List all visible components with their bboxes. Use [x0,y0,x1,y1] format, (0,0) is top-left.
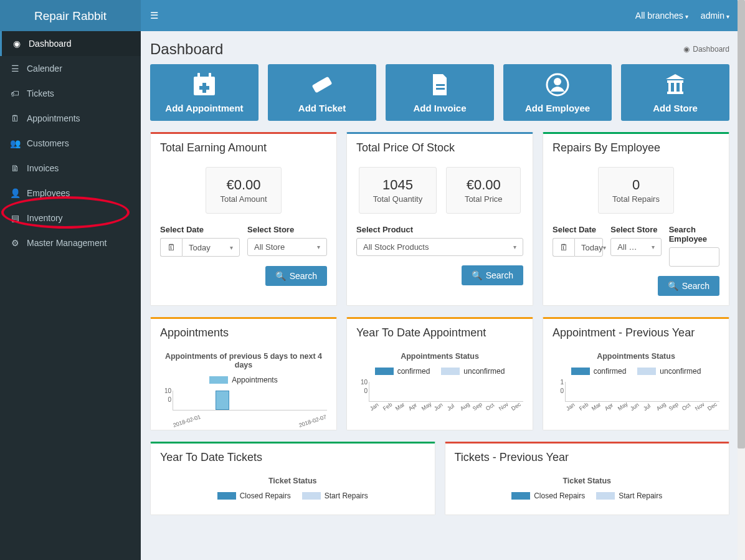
nav-label: Inventory [27,213,63,223]
cogs-icon: ⚙ [9,238,21,248]
stat-total-amount: €0.00 Total Amount [206,167,281,214]
card-title: Appointment - Previous Year [543,319,729,347]
main-nav: ◉Dashboard ☰Calender 🏷Tickets 🗓Appointme… [0,31,141,255]
nav-invoices[interactable]: 🗎Invoices [0,156,141,181]
ticket-icon [268,70,376,102]
action-label: Add Invoice [413,103,466,113]
store-select[interactable]: All Store▾ [247,238,327,256]
invoice-icon [386,70,494,102]
search-button[interactable]: 🔍Search [658,276,719,296]
nav-label: Calender [27,64,62,74]
svg-rect-6 [436,84,445,86]
quick-actions: Add Appointment Add Ticket Add Invoice [150,64,729,121]
appointments-chart: 100 2018-02-01 2018-02-07 [173,389,327,420]
y-axis: 100 [163,387,171,404]
add-appointment-button[interactable]: Add Appointment [150,64,259,121]
nav-employees[interactable]: 👤Employees [0,181,141,206]
chart-subtitle: Ticket Status [455,472,720,485]
y-axis: 10 [555,378,564,396]
calendar-icon[interactable]: 🗓 [553,238,574,257]
nav-customers[interactable]: 👥Customers [0,131,141,156]
calendar-icon: 🗓 [9,113,21,123]
store-select[interactable]: All …▾ [610,238,661,256]
card-total-earning: Total Earning Amount €0.00 Total Amount … [150,132,337,306]
brand-logo[interactable]: Repair Rabbit [0,0,141,31]
search-button[interactable]: 🔍Search [462,265,523,285]
legend-swatch [209,376,228,384]
svg-rect-4 [199,86,209,90]
search-icon: 🔍 [275,271,286,281]
toggle-sidebar-button[interactable]: ☰ [150,10,158,21]
nav-appointments[interactable]: 🗓Appointments [0,106,141,131]
chevron-down-icon: ▾ [317,244,320,250]
product-select[interactable]: All Stock Products▾ [356,238,523,256]
card-title: Total Price Of Stock [347,134,533,162]
svg-rect-1 [197,73,200,79]
ytd-appt-chart: 100 JanFebMarAprMayJunJulAugSepOctNovDec [369,381,523,412]
nav-master-management[interactable]: ⚙Master Management [0,230,141,255]
card-repairs-employee: Repairs By Employee 0 Total Repairs Sele… [543,132,729,306]
chevron-down-icon: ▾ [230,244,233,251]
legend-closed: Closed Repairs [511,491,585,500]
add-employee-button[interactable]: Add Employee [503,64,612,121]
nav-label: Master Management [27,238,107,248]
chart-subtitle: Appointments Status [356,347,523,361]
nav-label: Employees [27,188,70,198]
nav-inventory[interactable]: ▤Inventory [0,206,141,230]
card-ytd-appointment: Year To Date Appointment Appointments St… [346,317,533,430]
calendar-plus-icon [150,70,259,102]
nav-label: Tickets [27,88,54,98]
user-add-icon [503,70,612,102]
branch-dropdown[interactable]: All branches▾ [635,11,688,21]
legend-item: Appointments [209,376,277,384]
action-label: Add Appointment [165,103,243,113]
nav-calender[interactable]: ☰Calender [0,56,141,81]
date-label: Select Date [160,225,240,234]
date-select[interactable]: Today▾ [182,238,240,257]
search-button[interactable]: 🔍Search [265,266,327,286]
box-icon: ▤ [9,213,21,223]
legend-confirmed: confirmed [375,367,430,376]
add-store-button[interactable]: Add Store [621,64,729,121]
card-prev-appointment: Appointment - Previous Year Appointments… [543,317,729,430]
stat-total-qty: 1045 Total Quantity [359,167,437,214]
chevron-down-icon: ▾ [652,244,655,250]
legend-swatch [571,368,590,375]
date-label: Select Date [553,225,603,234]
breadcrumb: ◉Dashboard [683,45,729,54]
calendar-icon[interactable]: 🗓 [160,238,182,257]
prev-appt-chart: 10 JanFebMarAprMayJunJulAugSepOctNovDec [565,381,719,412]
nav-label: Dashboard [29,39,72,49]
chart-subtitle: Appointments of previous 5 days to next … [160,347,327,369]
card-title: Appointments [151,319,336,347]
content-header: Dashboard ◉Dashboard [141,31,739,64]
nav-dashboard[interactable]: ◉Dashboard [0,31,141,56]
add-invoice-button[interactable]: Add Invoice [386,64,494,121]
scrollbar[interactable] [738,0,745,560]
action-label: Add Ticket [298,103,346,113]
sidebar: Repair Rabbit ◉Dashboard ☰Calender 🏷Tick… [0,0,141,560]
nav-label: Appointments [27,113,80,123]
date-select[interactable]: Today▾ [574,238,603,257]
card-title: Total Earning Amount [151,134,336,162]
card-appointments: Appointments Appointments of previous 5 … [150,317,337,430]
chevron-down-icon: ▾ [513,244,516,250]
dashboard-icon: ◉ [683,45,690,54]
user-dropdown[interactable]: admin▾ [701,11,729,21]
page-title: Dashboard [150,40,223,58]
employee-label: Search Employee [669,225,719,244]
add-ticket-button[interactable]: Add Ticket [268,64,376,121]
action-label: Add Store [653,103,698,113]
legend-swatch [596,492,615,500]
scrollbar-thumb[interactable] [738,0,745,448]
svg-rect-10 [668,83,671,92]
card-prev-tickets: Tickets - Previous Year Ticket Status Cl… [445,442,730,515]
legend-swatch [375,368,394,375]
svg-rect-2 [209,73,211,79]
chart-subtitle: Ticket Status [160,472,425,485]
employee-input[interactable] [669,247,719,267]
store-icon [621,70,729,102]
nav-tickets[interactable]: 🏷Tickets [0,81,141,106]
card-total-stock: Total Price Of Stock 1045 Total Quantity… [346,132,533,306]
svg-rect-5 [312,76,333,93]
